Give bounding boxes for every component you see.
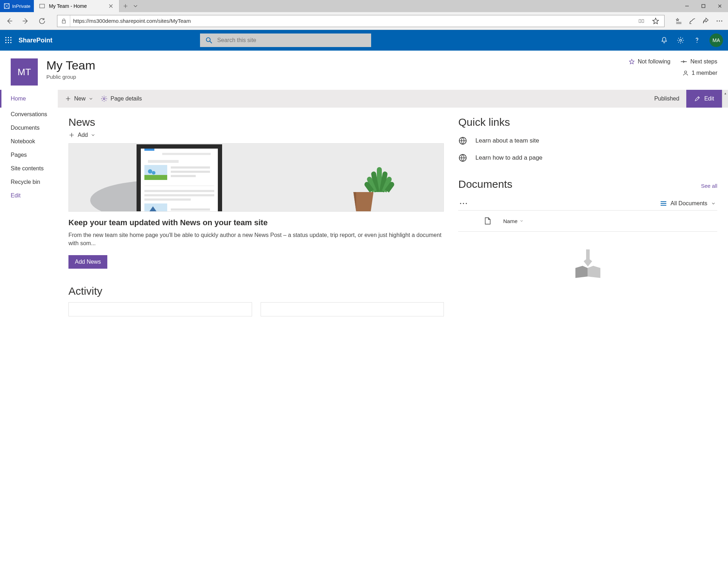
back-button[interactable] [3, 15, 16, 27]
user-avatar[interactable]: MA [709, 33, 723, 47]
svg-point-5 [719, 20, 720, 21]
nav-documents[interactable]: Documents [0, 121, 58, 135]
svg-point-17 [680, 39, 682, 41]
svg-rect-9 [10, 37, 11, 38]
browser-tab[interactable]: My Team - Home [34, 0, 119, 12]
activity-heading: Activity [68, 285, 444, 297]
globe-icon [458, 136, 467, 145]
settings-icon[interactable] [677, 36, 685, 44]
close-tab-icon[interactable] [108, 3, 114, 9]
favorites-list-icon[interactable] [673, 15, 685, 27]
list-icon [660, 201, 667, 206]
news-item-body: From the new team site home page you'll … [68, 231, 444, 247]
svg-point-21 [148, 169, 152, 174]
activity-card[interactable] [68, 302, 252, 316]
svg-rect-14 [8, 42, 9, 43]
scroll-up-button[interactable]: ▴ [722, 90, 728, 108]
svg-rect-2 [702, 5, 705, 8]
see-all-link[interactable]: See all [701, 183, 717, 189]
new-tab-icon[interactable] [122, 3, 129, 9]
upload-icon [568, 249, 607, 278]
svg-point-6 [721, 20, 722, 21]
flow-icon [680, 59, 687, 64]
page-details-button[interactable]: Page details [101, 95, 142, 102]
svg-point-25 [460, 203, 461, 204]
app-launcher-icon[interactable] [5, 37, 12, 44]
svg-point-26 [463, 203, 464, 204]
news-hero-image [68, 143, 444, 212]
nav-edit[interactable]: Edit [0, 189, 58, 202]
add-news-button[interactable]: Add News [68, 255, 107, 269]
share-icon[interactable] [700, 15, 712, 27]
news-heading: News [68, 116, 444, 128]
search-input[interactable] [217, 37, 366, 43]
search-box[interactable] [200, 33, 371, 47]
command-bar: New Page details Published Edit [58, 90, 722, 108]
search-icon [205, 36, 213, 44]
address-bar[interactable] [57, 15, 665, 27]
tab-overflow-icon[interactable] [132, 3, 139, 9]
window-close-button[interactable] [712, 0, 728, 12]
quicklink-item[interactable]: Learn about a team site [458, 136, 717, 145]
tab-title: My Team - Home [49, 3, 87, 9]
window-minimize-button[interactable] [679, 0, 695, 12]
file-icon [485, 217, 491, 225]
page-icon [39, 3, 45, 9]
news-add-button[interactable]: Add [68, 132, 444, 138]
next-steps-button[interactable]: Next steps [680, 58, 717, 65]
notifications-icon[interactable] [660, 36, 668, 44]
follow-button[interactable]: Not following [629, 58, 671, 65]
edit-button[interactable]: Edit [686, 90, 722, 108]
favorite-icon[interactable] [650, 15, 661, 27]
inprivate-badge: InPrivate [0, 0, 34, 12]
view-selector[interactable]: All Documents [660, 200, 716, 207]
svg-point-27 [466, 203, 467, 204]
svg-rect-1 [40, 4, 45, 8]
refresh-button[interactable] [36, 15, 48, 27]
documents-drop-zone[interactable] [458, 249, 717, 278]
svg-rect-7 [5, 37, 6, 38]
browser-tab-strip: InPrivate My Team - Home [0, 0, 728, 12]
plus-icon [68, 132, 75, 138]
lock-icon[interactable] [57, 15, 70, 27]
site-title[interactable]: My Team [46, 58, 95, 72]
url-input[interactable] [70, 15, 636, 27]
svg-rect-3 [62, 21, 65, 23]
nav-pages[interactable]: Pages [0, 148, 58, 162]
svg-point-20 [103, 98, 105, 100]
svg-point-18 [697, 42, 697, 43]
pencil-icon [694, 95, 701, 102]
news-item-title[interactable]: Keep your team updated with News on your… [68, 218, 444, 227]
more-icon[interactable] [714, 15, 725, 27]
nav-site-contents[interactable]: Site contents [0, 162, 58, 175]
svg-rect-11 [8, 40, 9, 41]
nav-home[interactable]: Home [0, 90, 58, 108]
inprivate-icon [4, 3, 10, 9]
svg-rect-8 [8, 37, 9, 38]
svg-rect-13 [5, 42, 6, 43]
gear-icon [101, 95, 108, 102]
window-maximize-button[interactable] [695, 0, 712, 12]
activity-card[interactable] [261, 302, 444, 316]
site-logo[interactable]: MT [11, 58, 38, 86]
nav-conversations[interactable]: Conversations [0, 108, 58, 121]
suite-bar: SharePoint MA [0, 30, 728, 51]
new-button[interactable]: New [65, 95, 93, 102]
chevron-down-icon [519, 219, 524, 223]
notes-icon[interactable] [687, 15, 698, 27]
help-icon[interactable] [693, 36, 701, 44]
forward-button[interactable] [19, 15, 32, 27]
documents-more-icon[interactable] [460, 202, 467, 205]
browser-nav-bar [0, 12, 728, 30]
svg-rect-15 [10, 42, 11, 43]
quicklink-item[interactable]: Learn how to add a page [458, 153, 717, 162]
app-name[interactable]: SharePoint [19, 37, 52, 44]
svg-point-19 [685, 71, 687, 73]
members-button[interactable]: 1 member [629, 70, 717, 76]
publish-status: Published [654, 95, 679, 102]
globe-icon [458, 153, 467, 162]
nav-notebook[interactable]: Notebook [0, 135, 58, 148]
nav-recycle-bin[interactable]: Recycle bin [0, 175, 58, 189]
documents-column-header[interactable]: Name [458, 211, 717, 232]
reading-view-icon[interactable] [636, 15, 647, 27]
